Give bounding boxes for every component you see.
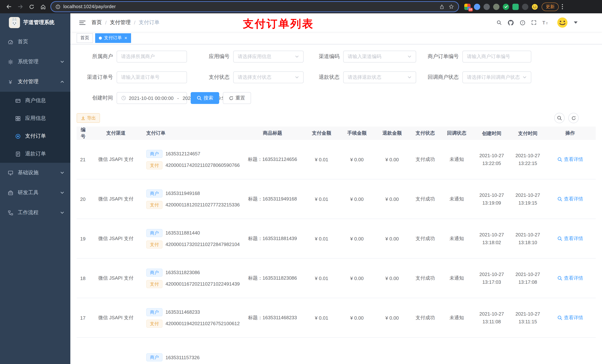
- create-time-range-input[interactable]: 2021-10-01 00:00:00 - 2021-10-31 23:59:5…: [117, 92, 187, 104]
- sidebar-item-app-info[interactable]: 应用信息: [0, 110, 70, 127]
- tab-pay-order[interactable]: 支付订单×: [95, 33, 131, 43]
- time-line: 13:11:15: [511, 318, 545, 325]
- merchant-order-line: 商户1635311468233: [146, 308, 241, 316]
- cell-amount: ¥ 0.01: [304, 157, 339, 162]
- extension-dark-icon[interactable]: [522, 3, 528, 10]
- merchant-input[interactable]: 请选择所属商户: [117, 51, 187, 62]
- time-line: 2021-10-27: [473, 310, 511, 318]
- placeholder-text: 请输入渠道订单号: [121, 74, 160, 81]
- reload-icon[interactable]: [27, 2, 37, 12]
- pay-order-no: 4200001174202110278060590766: [165, 162, 240, 168]
- channel-order-no-input[interactable]: 请输入渠道订单号: [117, 71, 187, 83]
- app-no-select[interactable]: 请选择应用信息: [233, 51, 304, 62]
- navbar: 首页/支付管理/支付订单 支付订单列表 ?TT: [70, 13, 602, 32]
- sidebar-item-home[interactable]: 首页: [0, 32, 70, 52]
- sidebar-item-merchant-info[interactable]: 商户信息: [0, 92, 70, 110]
- sidebar-item-system[interactable]: 系统管理: [0, 52, 70, 72]
- extension-emoji-icon[interactable]: [532, 3, 538, 10]
- merchant-order-no-input[interactable]: 请输入商户订单编号: [462, 51, 531, 62]
- time-line: 2021-10-27: [473, 152, 511, 159]
- hamburger-icon[interactable]: [75, 20, 89, 25]
- address-bar[interactable]: localhost:1024/pay/order: [51, 2, 458, 11]
- fullscreen-icon[interactable]: [531, 20, 537, 25]
- filter-field-create-time: 创建时间 2021-10-01 00:00:00 - 2021-10-31 23…: [77, 92, 187, 104]
- github-icon[interactable]: [508, 20, 514, 26]
- chevron-down-icon: [293, 54, 299, 59]
- extension-gray-icon[interactable]: [484, 3, 490, 10]
- share-icon[interactable]: [440, 4, 444, 9]
- view-detail-label: 查看详情: [564, 196, 583, 202]
- view-detail-link[interactable]: 查看详情: [557, 156, 583, 163]
- tab-home[interactable]: 首页: [77, 33, 93, 43]
- app: 芋道管理系统 首页系统管理¥支付管理商户信息应用信息支付订单退款订单基础设施研发…: [0, 13, 602, 364]
- view-detail-link[interactable]: 查看详情: [557, 314, 583, 321]
- view-detail-link[interactable]: 查看详情: [557, 275, 583, 281]
- pay-status-select[interactable]: 请选择支付状态: [233, 71, 304, 83]
- caret-down-icon[interactable]: [574, 21, 578, 24]
- refresh-button[interactable]: [568, 113, 579, 123]
- sidebar-item-pay-order[interactable]: 支付订单: [0, 127, 70, 145]
- search-button[interactable]: [554, 113, 565, 123]
- column-header: 回调状态: [441, 130, 473, 136]
- export-button[interactable]: 导出: [77, 113, 100, 123]
- merchant-order-line: 商户1635311949168: [146, 189, 241, 198]
- sidebar-item-workflow[interactable]: 工作流程: [0, 203, 70, 223]
- tab-label: 首页: [80, 35, 89, 41]
- page-actions: [440, 4, 454, 9]
- filter-label: 支付状态: [187, 74, 233, 81]
- extension-olive-icon[interactable]: [493, 3, 499, 10]
- back-icon[interactable]: [4, 2, 14, 12]
- channel-code-select[interactable]: 请输入渠道编码: [343, 51, 416, 62]
- table-body: 21微信 JSAPI 支付商户1635312124657支付4200001174…: [77, 140, 596, 364]
- cell-refund: ¥ 0.00: [375, 196, 409, 202]
- reset-button[interactable]: 重置: [223, 92, 251, 104]
- content: 所属商户请选择所属商户应用编号请选择应用信息渠道编码请输入渠道编码商户订单编号请…: [70, 44, 602, 364]
- merchant-tag: 商户: [146, 189, 162, 197]
- table-row: 19微信 JSAPI 支付商户1635311881440支付4200001173…: [77, 219, 596, 259]
- star-icon[interactable]: [449, 4, 454, 9]
- extension-blue-icon[interactable]: [474, 3, 480, 10]
- placeholder-text: 请输入渠道编码: [348, 53, 381, 60]
- cell-pay-status: 支付成功: [409, 196, 441, 202]
- app-logo[interactable]: 芋道管理系统: [0, 13, 70, 32]
- breadcrumb-item[interactable]: 首页: [91, 19, 102, 26]
- chevron-down-icon: [293, 75, 299, 80]
- main: 首页/支付管理/支付订单 支付订单列表 ?TT 首页支付订单× 所属商户请选择所…: [70, 13, 602, 364]
- refund-status-select[interactable]: 请选择退款状态: [343, 71, 416, 83]
- font-size-icon[interactable]: TT: [542, 20, 549, 25]
- avatar[interactable]: [557, 17, 568, 28]
- filter-label: 创建时间: [77, 95, 117, 101]
- home-icon[interactable]: [38, 2, 48, 12]
- filter-field-notify-status: 回调商户状态请选择订单回调商户状态: [416, 71, 531, 83]
- breadcrumb: 首页/支付管理/支付订单: [91, 19, 160, 26]
- view-detail-link[interactable]: 查看详情: [557, 196, 583, 202]
- breadcrumb-item[interactable]: 支付管理: [110, 19, 131, 26]
- sidebar-item-infra[interactable]: 基础设施: [0, 163, 70, 183]
- search-button[interactable]: 搜索: [191, 92, 219, 104]
- sidebar-item-refund-order[interactable]: 退款订单: [0, 145, 70, 163]
- cell-id: 17: [77, 315, 89, 321]
- view-detail-link[interactable]: 查看详情: [557, 235, 583, 242]
- notify-status-select[interactable]: 请选择订单回调商户状态: [462, 71, 531, 83]
- extension-colorful-icon[interactable]: 10: [464, 3, 471, 10]
- pay-order-line: 支付4200001173202110272847982104: [146, 240, 241, 249]
- question-icon[interactable]: ?: [520, 20, 525, 25]
- sidebar-item-pay[interactable]: ¥支付管理: [0, 72, 70, 92]
- search-icon[interactable]: [496, 20, 502, 25]
- extension-green-check-icon[interactable]: [503, 3, 509, 10]
- sidebar-item-devtools[interactable]: 研发工具: [0, 183, 70, 203]
- dashboard-icon: [7, 39, 13, 45]
- merchant-tag: 商户: [146, 150, 162, 158]
- toolbar-icons: [554, 113, 579, 123]
- filter-rows: 所属商户请选择所属商户应用编号请选择应用信息渠道编码请输入渠道编码商户订单编号请…: [77, 46, 596, 88]
- browser-menu-icon[interactable]: [562, 4, 563, 10]
- extension-green-square-icon[interactable]: [512, 3, 519, 10]
- close-icon[interactable]: ×: [124, 35, 127, 40]
- chevron-down-icon: [521, 75, 527, 80]
- time-line: 2021-10-27: [511, 270, 545, 278]
- cell-fee: ¥ 0.00: [339, 275, 375, 281]
- cell-title: 标题：1635312124656: [241, 156, 304, 163]
- placeholder-text: 请输入商户订单编号: [467, 53, 510, 60]
- site-info-icon[interactable]: [55, 4, 60, 9]
- update-button[interactable]: 更新: [542, 2, 559, 11]
